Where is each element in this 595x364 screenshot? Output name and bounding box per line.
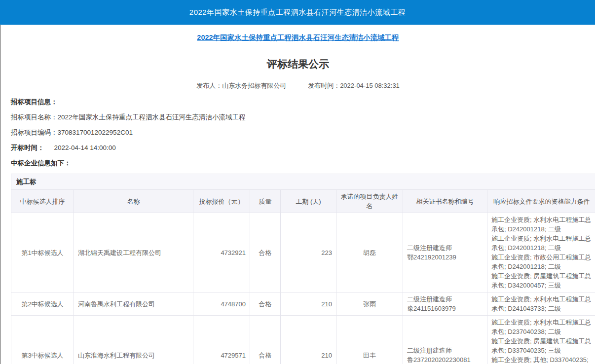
project-info-label: 招标项目信息：: [11, 99, 595, 106]
header-quality: 质量: [250, 190, 281, 213]
cell-quality: 合格: [250, 316, 281, 364]
table-section-title: 施工标: [11, 174, 595, 190]
header-qualification: 响应招标文件要求的资格能力条件: [487, 190, 595, 213]
cell-company-name: 山东淮海水利工程有限公司: [74, 316, 193, 364]
bid-results-table: 施工标 中标候选人排序 名称 投标报价（元） 质量 工期 (天) 承诺的项目负责…: [11, 174, 595, 364]
header-rank: 中标候选人排序: [11, 190, 74, 213]
open-time-line: 开标时间：2022-04-14 14:00:00: [11, 145, 595, 151]
open-time-label: 开标时间：: [11, 144, 44, 151]
open-time-value: 2022-04-14 14:00:00: [54, 144, 116, 151]
cell-rank: 第1中标候选人: [11, 213, 74, 292]
table-row: 第2中标候选人 河南鲁禹水利工程有限公司 4748700 合格 210 张雨 二…: [11, 292, 595, 316]
cell-certificate: 二级注册建造师 鄂242192001239: [403, 213, 487, 292]
cell-manager: 胡磊: [336, 213, 403, 292]
cell-bid-price: 4729571: [193, 316, 250, 364]
cell-duration: 210: [281, 316, 336, 364]
cell-duration: 223: [281, 213, 336, 292]
cell-certificate: 二级注册建造师 鲁2372020202230081: [403, 316, 487, 364]
cell-rank: 第2中标候选人: [11, 292, 74, 316]
table-section-row: 施工标: [11, 174, 595, 190]
publish-info-line: 发布人：山东水务招标有限公司发布时间：2022-04-15 08:32:31: [1, 81, 595, 90]
header-manager: 承诺的项目负责人姓名: [336, 190, 403, 213]
cell-qualifications: 施工企业资质; 水利水电工程施工总承包; D241043733; 二级: [487, 292, 595, 316]
header-cert: 相关证书名称和编号: [403, 190, 487, 213]
window-title-bar: 2022年国家水土保持重点工程泗水县石汪河生态清洁小流域工程: [0, 0, 595, 25]
header-price: 投标报价（元）: [193, 190, 250, 213]
header-duration: 工期 (天): [281, 190, 336, 213]
cell-quality: 合格: [250, 213, 281, 292]
cell-duration: 210: [281, 292, 336, 316]
cell-qualifications: 施工企业资质; 水利水电工程施工总承包; D237040238; 二级 施工企业…: [487, 316, 595, 364]
table-row: 第3中标候选人 山东淮海水利工程有限公司 4729571 合格 210 田丰 二…: [11, 316, 595, 364]
header-name: 名称: [74, 190, 193, 213]
bid-results-table-wrap: 施工标 中标候选人排序 名称 投标报价（元） 质量 工期 (天) 承诺的项目负责…: [11, 174, 595, 364]
cell-manager: 张雨: [336, 292, 403, 316]
cell-quality: 合格: [250, 292, 281, 316]
cell-company-name: 河南鲁禹水利工程有限公司: [74, 292, 193, 316]
winners-label: 中标企业信息如下：: [11, 160, 595, 167]
page-content: 2022年国家水土保持重点工程泗水县石汪河生态清洁小流域工程 评标结果公示 发布…: [0, 25, 595, 364]
cell-certificate: 二级注册建造师 豫241151603979: [403, 292, 487, 316]
publish-time-text: 发布时间：2022-04-15 08:32:31: [308, 82, 400, 89]
cell-manager: 田丰: [336, 316, 403, 364]
page-title: 评标结果公示: [1, 57, 595, 71]
publisher-text: 发布人：山东水务招标有限公司: [196, 82, 286, 89]
project-code-line: 招标项目编码：37083170012022952C01: [11, 129, 595, 136]
table-row: 第1中标候选人 湖北锦天禹建设工程有限公司 4732921 合格 223 胡磊 …: [11, 213, 595, 292]
window-title: 2022年国家水土保持重点工程泗水县石汪河生态清洁小流域工程: [189, 8, 406, 17]
table-header-row: 中标候选人排序 名称 投标报价（元） 质量 工期 (天) 承诺的项目负责人姓名 …: [11, 190, 595, 213]
project-announcement-link[interactable]: 2022年国家水土保持重点工程泗水县石汪河生态清洁小流域工程: [1, 33, 595, 42]
cell-bid-price: 4732921: [193, 213, 250, 292]
project-name-line: 招标项目名称：2022年国家水土保持重点工程泗水县石汪河生态清洁小流域工程: [11, 114, 595, 121]
cell-company-name: 湖北锦天禹建设工程有限公司: [74, 213, 193, 292]
cell-qualifications: 施工企业资质; 水利水电工程施工总承包; D242001218; 二级 施工企业…: [487, 213, 595, 292]
cell-rank: 第3中标候选人: [11, 316, 74, 364]
cell-bid-price: 4748700: [193, 292, 250, 316]
project-info-section: 招标项目信息： 招标项目名称：2022年国家水土保持重点工程泗水县石汪河生态清洁…: [1, 99, 595, 167]
